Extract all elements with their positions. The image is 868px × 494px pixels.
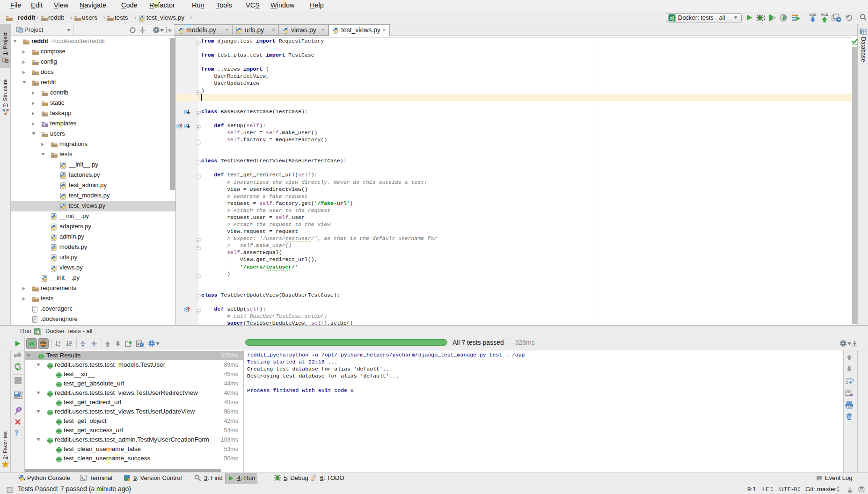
svg-text:OK: OK [57,430,61,433]
svg-text:OK: OK [57,458,61,461]
svg-text:dj: dj [36,329,39,334]
svg-text:OK: OK [48,392,52,395]
svg-text:OK: OK [57,374,61,377]
svg-text:OK: OK [48,411,52,414]
svg-text:z: z [58,344,60,348]
svg-text:OK: OK [57,421,61,423]
svg-text:VCS: VCS [821,13,828,17]
svg-text:VCS: VCS [809,13,816,17]
svg-text:OK: OK [29,342,34,345]
svg-text:OK: OK [57,402,61,405]
svg-text:OK: OK [39,355,43,358]
svg-text:dj: dj [670,15,674,21]
svg-text:OK: OK [57,383,61,386]
svg-text:OK: OK [57,449,61,451]
svg-text:OK: OK [48,439,52,442]
svg-text:OK: OK [48,364,52,367]
